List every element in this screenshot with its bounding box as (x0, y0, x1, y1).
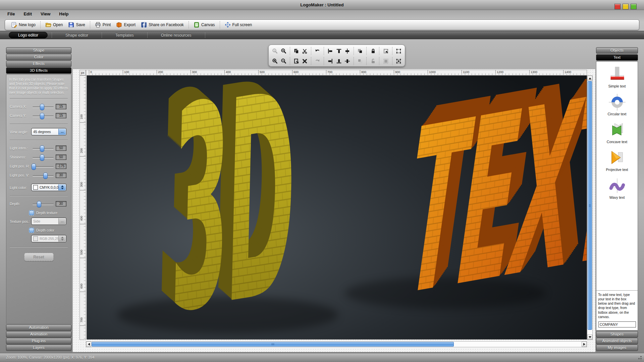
depth-texture-checkbox-row[interactable]: Depth texture (29, 210, 69, 215)
vertical-scroll-thumb[interactable] (588, 81, 592, 330)
slider-track[interactable] (33, 166, 54, 167)
depth-color-spinner[interactable] (58, 236, 66, 242)
new-text-input[interactable] (598, 321, 636, 327)
align-center-h-button[interactable] (343, 47, 352, 55)
align-top-button[interactable] (335, 47, 343, 55)
slider-track[interactable] (33, 175, 54, 176)
left-section-shape[interactable]: Shape (6, 47, 71, 54)
text-section-header[interactable]: Text (596, 54, 638, 61)
slider-value[interactable]: -175 (56, 164, 66, 169)
align-middle-v-button[interactable] (343, 57, 352, 65)
slider-track[interactable] (33, 148, 54, 149)
tab-templates[interactable]: Templates (106, 32, 143, 39)
depth-color-dropdown[interactable]: RGB:255,255,25 (31, 235, 66, 242)
menu-file[interactable]: File (7, 11, 15, 18)
undo-button[interactable] (313, 47, 322, 55)
cut-button[interactable] (301, 47, 309, 55)
fit-selection-button[interactable] (394, 57, 403, 65)
toolbar-button-print[interactable]: Print (92, 21, 114, 29)
object-item-wavy-text[interactable]: Wavy text (596, 173, 638, 201)
paste-button[interactable] (292, 57, 301, 65)
vertical-scrollbar[interactable] (587, 75, 593, 340)
texture-pos-more-button[interactable]: ... (58, 218, 66, 224)
copy-button[interactable] (292, 47, 301, 55)
toolbar-button-full-screen[interactable]: Full screen (222, 21, 255, 29)
view-angle-dropdown[interactable]: 45 degrees ... (31, 128, 66, 135)
depth-texture-checkbox[interactable] (29, 210, 34, 215)
left-section-plug-ins[interactable]: Plug-ins (6, 338, 71, 344)
slider-thumb[interactable] (40, 104, 44, 110)
left-section-effects[interactable]: Effects (6, 61, 71, 67)
slider-thumb[interactable] (43, 173, 48, 179)
object-item-circular-text[interactable]: Circular text (596, 89, 638, 117)
object-item-simple-text[interactable]: Simple text (596, 62, 638, 89)
slider-thumb[interactable] (32, 164, 36, 170)
left-section-animation[interactable]: Animation (6, 331, 71, 338)
scroll-down-button[interactable] (587, 335, 592, 340)
slider-thumb[interactable] (37, 201, 41, 207)
scroll-left-button[interactable] (86, 342, 91, 347)
canvas-artboard[interactable]: 3D TEXT (87, 75, 587, 340)
objects-header[interactable]: Objects (596, 47, 638, 54)
3d-word-yellow[interactable] (143, 75, 302, 340)
slider-track[interactable] (33, 116, 54, 117)
menu-view[interactable]: View (41, 11, 50, 18)
right-section-shapes[interactable]: Shapes (596, 331, 638, 338)
tab-logo-editor[interactable]: Logo editor (9, 32, 48, 39)
scroll-up-button[interactable] (587, 76, 592, 81)
tab-online-resources[interactable]: Online resources (152, 32, 201, 39)
reset-button[interactable]: Reset (24, 253, 54, 261)
align-bottom-button[interactable] (335, 57, 343, 65)
toolbar-button-share-on-facebook[interactable]: Share on Facebook (138, 21, 186, 29)
3d-word-orange[interactable] (395, 75, 587, 340)
toolbar-button-new-logo[interactable]: New logo (8, 21, 38, 29)
toolbar-button-export[interactable]: Export (113, 21, 138, 29)
right-section-animated-objects[interactable]: Animated objects (596, 338, 638, 344)
left-section-3d-effects[interactable]: 3D Effects (6, 67, 71, 74)
texture-pos-dropdown[interactable]: Side ... (31, 218, 66, 225)
slider-value[interactable]: 30 (56, 201, 66, 206)
bring-to-front-button[interactable] (356, 47, 364, 55)
zoom-100-button[interactable] (271, 57, 279, 65)
menu-edit[interactable]: Edit (23, 11, 32, 18)
zoom-in-button[interactable] (279, 47, 287, 55)
light-color-dropdown[interactable]: CMYK:0,0,0,0 (31, 184, 66, 191)
lock-button[interactable] (369, 47, 377, 55)
crop-button[interactable] (381, 47, 390, 55)
slider-track[interactable] (33, 204, 54, 205)
horizontal-scrollbar[interactable] (86, 341, 587, 347)
align-left-button[interactable] (326, 47, 334, 55)
toolbar-button-canvas[interactable]: Canvas (191, 21, 218, 29)
menu-help[interactable]: Help (59, 11, 68, 18)
slider-thumb[interactable] (40, 145, 44, 152)
slider-value[interactable]: 30 (56, 173, 66, 178)
align-right-button[interactable] (326, 57, 334, 65)
tab-shape-editor[interactable]: Shape editor (56, 32, 98, 39)
toolbar-button-save[interactable]: Save (65, 21, 88, 29)
delete-button[interactable] (301, 57, 309, 65)
slider-value[interactable]: 50 (56, 145, 66, 151)
left-section-layers[interactable]: Layers (6, 345, 71, 351)
light-color-spinner[interactable] (58, 184, 66, 190)
maximize-button[interactable] (631, 4, 637, 9)
slider-value[interactable]: 15 (56, 113, 66, 118)
toolbar-button-open[interactable]: Open (43, 21, 65, 29)
scroll-right-button[interactable] (582, 342, 587, 347)
resize-grip[interactable] (637, 356, 642, 360)
slider-track[interactable] (33, 157, 54, 158)
object-item-projective-text[interactable]: Projective text (596, 145, 638, 173)
left-section-color[interactable]: Color (6, 54, 71, 60)
depth-color-checkbox-row[interactable]: Depth color (29, 228, 69, 233)
right-section-my-images[interactable]: My images (596, 345, 638, 351)
slider-track[interactable] (33, 107, 54, 108)
slider-thumb[interactable] (40, 155, 44, 161)
horizontal-scroll-thumb[interactable] (92, 342, 454, 347)
close-button[interactable] (614, 4, 621, 9)
minimize-button[interactable] (623, 4, 629, 9)
object-item-concave-text[interactable]: Concave text (596, 117, 638, 145)
slider-value[interactable]: 50 (56, 155, 66, 160)
depth-color-checkbox[interactable] (29, 228, 34, 233)
slider-value[interactable]: 15 (56, 104, 66, 109)
left-section-automation[interactable]: Automation (6, 324, 71, 331)
select-transform-button[interactable] (394, 47, 403, 55)
